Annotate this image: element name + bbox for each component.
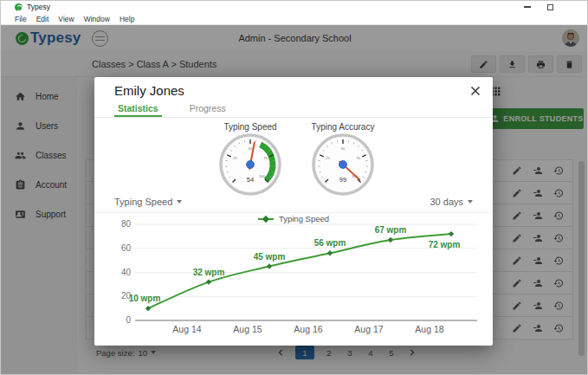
minimize-button[interactable] bbox=[522, 3, 532, 12]
close-window-button[interactable] bbox=[569, 3, 578, 12]
metric-dropdown[interactable]: Typing Speed bbox=[114, 197, 182, 207]
menu-edit[interactable]: Edit bbox=[36, 15, 49, 23]
app-area: Typesy Admin - Secondary School Classes … bbox=[1, 25, 588, 375]
date-range-value: 30 days bbox=[430, 197, 463, 207]
typing-speed-chart: 020406080Aug 14Aug 15Aug 16Aug 17Aug 181… bbox=[94, 219, 493, 342]
maximize-button[interactable] bbox=[546, 3, 555, 12]
modal-tabs: Statistics Progress bbox=[94, 101, 493, 118]
menu-window[interactable]: Window bbox=[84, 15, 110, 23]
tab-statistics[interactable]: Statistics bbox=[114, 101, 162, 117]
os-title-bar: Typesy bbox=[1, 1, 587, 13]
typing-accuracy-gauge: 25507510099 bbox=[311, 133, 375, 197]
menu-bar: File Edit View Window Help bbox=[1, 13, 587, 25]
menu-file[interactable]: File bbox=[15, 15, 27, 23]
minimize-icon bbox=[524, 6, 531, 8]
menu-view[interactable]: View bbox=[58, 15, 74, 23]
svg-text:Aug 16: Aug 16 bbox=[294, 324, 322, 334]
svg-text:Aug 15: Aug 15 bbox=[233, 324, 262, 334]
typing-speed-gauge: 25507510054 bbox=[218, 133, 282, 197]
svg-text:60: 60 bbox=[121, 243, 132, 253]
svg-text:0: 0 bbox=[126, 315, 131, 325]
svg-text:72 wpm: 72 wpm bbox=[429, 240, 461, 249]
menu-help[interactable]: Help bbox=[120, 15, 134, 23]
student-name-title: Emily Jones bbox=[114, 83, 184, 98]
window-title: Typesy bbox=[27, 3, 50, 11]
svg-text:10 wpm: 10 wpm bbox=[129, 294, 161, 303]
app-icon bbox=[15, 3, 23, 11]
legend-label: Typing Speed bbox=[279, 214, 329, 223]
svg-text:75: 75 bbox=[356, 156, 360, 160]
svg-text:25: 25 bbox=[326, 156, 330, 160]
typing-accuracy-gauge-label: Typing Accuracy bbox=[291, 122, 395, 132]
close-icon bbox=[471, 87, 480, 95]
metric-dropdown-value: Typing Speed bbox=[114, 197, 172, 207]
legend-line-marker-icon bbox=[258, 216, 274, 222]
svg-text:Aug 14: Aug 14 bbox=[172, 324, 201, 334]
student-detail-modal: Emily Jones Statistics Progress Typing S… bbox=[94, 77, 493, 346]
svg-text:56 wpm: 56 wpm bbox=[314, 238, 346, 248]
svg-text:99: 99 bbox=[339, 176, 346, 184]
typing-speed-gauge-label: Typing Speed bbox=[198, 122, 302, 132]
divider bbox=[94, 212, 493, 213]
svg-text:45 wpm: 45 wpm bbox=[254, 252, 286, 262]
svg-text:Aug 18: Aug 18 bbox=[415, 324, 443, 334]
svg-text:50: 50 bbox=[249, 146, 253, 151]
close-icon bbox=[569, 3, 578, 12]
tab-progress[interactable]: Progress bbox=[186, 101, 229, 117]
svg-text:75: 75 bbox=[263, 156, 268, 160]
svg-text:25: 25 bbox=[233, 156, 237, 160]
svg-text:40: 40 bbox=[121, 268, 132, 277]
app-window: Typesy File Edit View Window Help Typesy… bbox=[0, 0, 588, 375]
svg-text:Aug 17: Aug 17 bbox=[354, 324, 383, 334]
svg-text:54: 54 bbox=[247, 176, 254, 184]
chart-legend: Typing Speed bbox=[94, 214, 493, 223]
svg-text:50: 50 bbox=[341, 146, 346, 151]
modal-close-button[interactable] bbox=[468, 84, 482, 98]
svg-text:67 wpm: 67 wpm bbox=[375, 225, 407, 235]
chevron-down-icon bbox=[468, 200, 473, 204]
svg-text:32 wpm: 32 wpm bbox=[193, 268, 225, 277]
maximize-icon bbox=[547, 4, 553, 10]
date-range-dropdown[interactable]: 30 days bbox=[430, 197, 473, 207]
chevron-down-icon bbox=[177, 200, 182, 204]
svg-text:100: 100 bbox=[259, 174, 266, 178]
